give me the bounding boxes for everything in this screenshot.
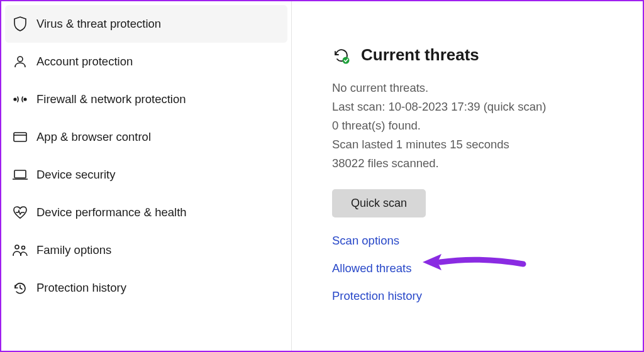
threat-links: Scan options Allowed threats Protection …	[332, 234, 643, 303]
scan-options-link[interactable]: Scan options	[332, 234, 643, 248]
threats-found-text: 0 threat(s) found.	[332, 116, 643, 135]
shield-icon	[8, 16, 33, 32]
sidebar-item-label: Family options	[33, 243, 111, 257]
sidebar-item-label: Device performance & health	[33, 206, 187, 219]
family-icon	[8, 243, 33, 257]
sidebar-item-label: App & browser control	[33, 130, 151, 144]
allowed-threats-link[interactable]: Allowed threats	[332, 261, 643, 275]
sidebar-item-firewall[interactable]: Firewall & network protection	[1, 80, 291, 118]
files-scanned-text: 38022 files scanned.	[332, 154, 643, 173]
last-scan-text: Last scan: 10-08-2023 17:39 (quick scan)	[332, 97, 643, 116]
network-icon	[8, 93, 33, 106]
svg-point-9	[343, 57, 350, 63]
svg-point-8	[22, 246, 25, 250]
scan-duration-text: Scan lasted 1 minutes 15 seconds	[332, 135, 643, 154]
app-browser-icon	[8, 131, 33, 143]
svg-point-1	[14, 98, 16, 101]
svg-point-7	[15, 245, 19, 249]
sidebar-item-label: Account protection	[33, 55, 133, 69]
svg-rect-5	[14, 170, 26, 178]
svg-point-2	[24, 98, 26, 101]
quick-scan-button[interactable]: Quick scan	[332, 189, 426, 217]
account-icon	[8, 55, 33, 69]
svg-rect-3	[14, 133, 26, 141]
svg-point-0	[18, 57, 23, 62]
sidebar-item-app-browser[interactable]: App & browser control	[1, 118, 291, 156]
section-title: Current threats	[355, 45, 479, 65]
sidebar-item-family[interactable]: Family options	[1, 231, 291, 269]
sidebar-item-label: Protection history	[33, 281, 126, 295]
current-threats-header: Current threats	[332, 45, 643, 65]
heart-pulse-icon	[8, 206, 33, 219]
sidebar-item-virus-threat[interactable]: Virus & threat protection	[5, 5, 287, 43]
sidebar-item-device-perf[interactable]: Device performance & health	[1, 194, 291, 231]
sidebar-item-account[interactable]: Account protection	[1, 43, 291, 80]
sidebar-item-protection-history[interactable]: Protection history	[1, 269, 291, 307]
history-icon	[8, 280, 33, 295]
threat-status: No current threats.	[332, 79, 643, 97]
scan-status-icon	[332, 46, 355, 65]
laptop-icon	[8, 168, 33, 181]
main-content: Current threats No current threats. Last…	[292, 1, 643, 351]
sidebar-item-device-security[interactable]: Device security	[1, 156, 291, 194]
sidebar-item-label: Firewall & network protection	[33, 92, 186, 106]
sidebar-item-label: Virus & threat protection	[33, 17, 161, 31]
protection-history-link[interactable]: Protection history	[332, 289, 643, 303]
window-frame: Virus & threat protection Account protec…	[0, 0, 644, 352]
sidebar-item-label: Device security	[33, 168, 115, 182]
sidebar-nav: Virus & threat protection Account protec…	[1, 1, 292, 351]
